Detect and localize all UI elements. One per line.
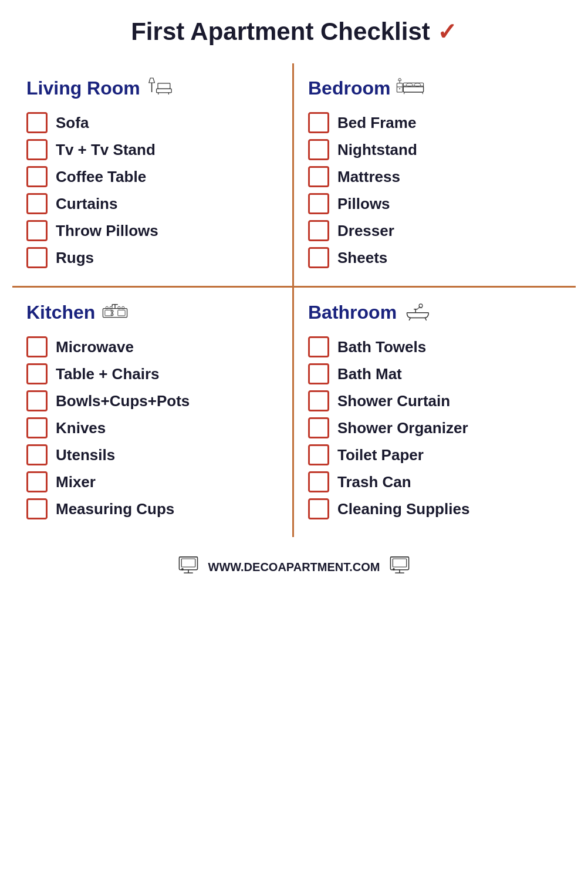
- list-item: Rugs: [26, 247, 278, 268]
- svg-rect-2: [156, 89, 171, 92]
- svg-rect-17: [103, 309, 127, 318]
- checkbox-microwave[interactable]: [26, 336, 48, 357]
- list-item: Toilet Paper: [308, 444, 562, 465]
- list-item: Table + Chairs: [26, 363, 278, 384]
- checkbox-bath-towels[interactable]: [308, 336, 329, 357]
- living-room-list: Sofa Tv + Tv Stand Coffee Table Curtains…: [26, 112, 278, 268]
- checkbox-toilet-paper[interactable]: [308, 444, 329, 465]
- kitchen-header: Kitchen: [26, 299, 278, 326]
- bedroom-section: Bedroom: [294, 63, 576, 288]
- page-title: First Apartment Checklist ✓: [131, 18, 457, 46]
- svg-point-35: [419, 304, 423, 308]
- checkbox-trash-can[interactable]: [308, 471, 329, 492]
- svg-rect-47: [393, 559, 407, 567]
- checkbox-shower-curtain[interactable]: [308, 390, 329, 411]
- checkbox-bowls[interactable]: [26, 390, 48, 411]
- bedroom-icon: [396, 75, 424, 102]
- bedroom-header: Bedroom: [308, 75, 562, 102]
- checkbox-coffee-table[interactable]: [26, 166, 48, 187]
- checkbox-cleaning-supplies[interactable]: [308, 498, 329, 519]
- bedroom-title: Bedroom: [308, 77, 390, 99]
- title-checkmark-icon: ✓: [437, 18, 457, 45]
- checkbox-table-chairs[interactable]: [26, 363, 48, 384]
- checkbox-nightstand[interactable]: [308, 139, 329, 160]
- checkbox-knives[interactable]: [26, 417, 48, 438]
- item-label: Shower Organizer: [337, 419, 468, 437]
- kitchen-section: Kitchen: [12, 288, 294, 537]
- list-item: Bed Frame: [308, 112, 562, 133]
- list-item: Pillows: [308, 193, 562, 214]
- living-room-section: Living Room Sofa: [12, 63, 294, 288]
- checkbox-sheets[interactable]: [308, 247, 329, 268]
- item-label: Curtains: [56, 195, 117, 213]
- bedroom-list: Bed Frame Nightstand Mattress Pillows Dr…: [308, 112, 562, 268]
- svg-rect-42: [181, 559, 195, 567]
- list-item: Tv + Tv Stand: [26, 139, 278, 160]
- bathroom-list: Bath Towels Bath Mat Shower Curtain Show…: [308, 336, 562, 519]
- list-item: Trash Can: [308, 471, 562, 492]
- svg-point-48: [393, 569, 394, 570]
- checkbox-measuring-cups[interactable]: [26, 498, 48, 519]
- item-label: Bath Mat: [337, 365, 402, 383]
- title-text: First Apartment Checklist: [131, 18, 430, 46]
- svg-point-43: [181, 569, 183, 570]
- kitchen-list: Microwave Table + Chairs Bowls+Cups+Pots…: [26, 336, 278, 519]
- item-label: Bed Frame: [337, 114, 416, 132]
- svg-line-31: [425, 318, 427, 320]
- footer-right-icon: [388, 555, 411, 579]
- bathroom-icon: [403, 299, 431, 326]
- item-label: Cleaning Supplies: [337, 500, 469, 518]
- list-item: Coffee Table: [26, 166, 278, 187]
- item-label: Bath Towels: [337, 338, 426, 356]
- footer-left-icon: [177, 555, 200, 579]
- checkbox-tv[interactable]: [26, 139, 48, 160]
- list-item: Microwave: [26, 336, 278, 357]
- checkbox-curtains[interactable]: [26, 193, 48, 214]
- svg-line-36: [420, 308, 420, 309]
- svg-marker-10: [398, 79, 401, 80]
- footer: WWW.DECOAPARTMENT.COM: [177, 555, 412, 579]
- list-item: Dresser: [308, 220, 562, 241]
- list-item: Measuring Cups: [26, 498, 278, 519]
- checkbox-utensils[interactable]: [26, 444, 48, 465]
- item-label: Toilet Paper: [337, 446, 424, 464]
- checkbox-rugs[interactable]: [26, 247, 48, 268]
- checkbox-pillows[interactable]: [308, 193, 329, 214]
- list-item: Mattress: [308, 166, 562, 187]
- svg-rect-3: [158, 83, 170, 89]
- checkbox-mixer[interactable]: [26, 471, 48, 492]
- item-label: Sofa: [56, 114, 89, 132]
- item-label: Pillows: [337, 195, 390, 213]
- checkbox-shower-organizer[interactable]: [308, 417, 329, 438]
- checkbox-bath-mat[interactable]: [308, 363, 329, 384]
- list-item: Utensils: [26, 444, 278, 465]
- checkbox-throw-pillows[interactable]: [26, 220, 48, 241]
- item-label: Tv + Tv Stand: [56, 141, 156, 159]
- item-label: Rugs: [56, 249, 94, 267]
- checkbox-bed-frame[interactable]: [308, 112, 329, 133]
- living-room-header: Living Room: [26, 75, 278, 102]
- kitchen-icon: [101, 299, 129, 326]
- checkbox-dresser[interactable]: [308, 220, 329, 241]
- list-item: Bath Mat: [308, 363, 562, 384]
- svg-rect-6: [397, 83, 403, 92]
- item-label: Sheets: [337, 249, 387, 267]
- list-item: Sofa: [26, 112, 278, 133]
- list-item: Cleaning Supplies: [308, 498, 562, 519]
- svg-marker-1: [149, 78, 155, 83]
- bathroom-section: Bathroom: [294, 288, 576, 537]
- item-label: Knives: [56, 419, 106, 437]
- checkbox-mattress[interactable]: [308, 166, 329, 187]
- footer-url: WWW.DECOAPARTMENT.COM: [208, 561, 380, 574]
- bathroom-header: Bathroom: [308, 299, 562, 326]
- list-item: Nightstand: [308, 139, 562, 160]
- svg-rect-19: [118, 310, 125, 316]
- list-item: Shower Curtain: [308, 390, 562, 411]
- list-item: Shower Organizer: [308, 417, 562, 438]
- checkbox-sofa[interactable]: [26, 112, 48, 133]
- item-label: Table + Chairs: [56, 365, 160, 383]
- svg-line-30: [409, 318, 410, 320]
- item-label: Nightstand: [337, 141, 417, 159]
- item-label: Throw Pillows: [56, 222, 158, 240]
- list-item: Throw Pillows: [26, 220, 278, 241]
